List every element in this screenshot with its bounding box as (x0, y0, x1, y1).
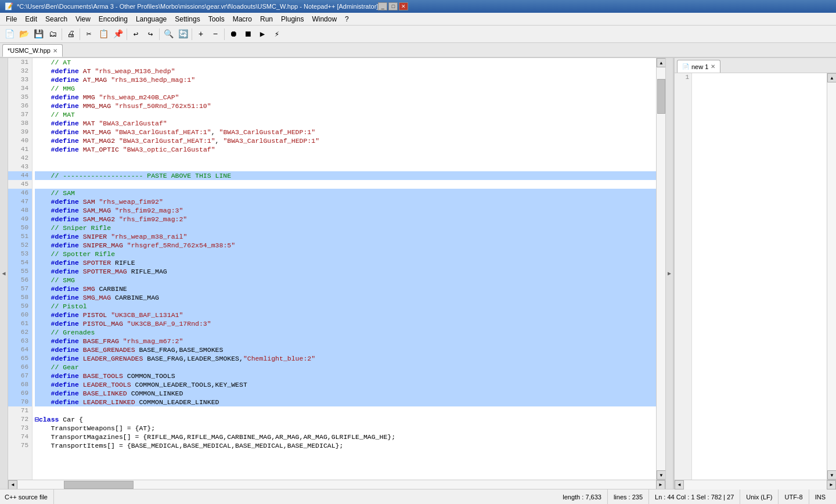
scroll-track[interactable] (657, 67, 665, 470)
line-number-64: 64 (8, 345, 32, 354)
menu-language[interactable]: Language (132, 14, 170, 24)
right-h-scroll-right[interactable]: ▶ (827, 480, 836, 489)
right-panel-toggle[interactable]: ▶ (665, 58, 673, 489)
line-number-39: 39 (8, 128, 32, 136)
code-line-50: // Sniper Rifle (35, 224, 656, 232)
scroll-up-button[interactable]: ▲ (657, 58, 665, 67)
zoom-out-button[interactable]: − (208, 27, 222, 41)
line-number-52: 52 (8, 241, 32, 250)
code-content[interactable]: // AT #define AT "rhs_weap_M136_hedp" #d… (33, 58, 656, 480)
code-line-47: #define SAM "rhs_weap_fim92" (35, 197, 656, 206)
sep1 (62, 28, 62, 40)
status-length: length : 7,633 (557, 489, 608, 504)
right-tab-bar: 📄 new 1 ✕ (675, 58, 836, 73)
cut-button[interactable]: ✂ (82, 27, 96, 41)
save-button[interactable]: 💾 (31, 27, 45, 41)
status-lineending: Unix (LF) (740, 489, 779, 504)
zoom-in-button[interactable]: + (194, 27, 208, 41)
maximize-button[interactable]: □ (388, 2, 398, 10)
find-button[interactable]: 🔍 (161, 27, 175, 41)
scroll-right-button[interactable]: ▶ (656, 480, 665, 489)
line-number-53: 53 (8, 250, 32, 258)
code-line-65: #define LEADER_GRENADES BASE_FRAG,LEADER… (35, 354, 656, 363)
right-scroll-up[interactable]: ▲ (827, 73, 836, 82)
line-number-72: 72 (8, 415, 32, 424)
code-line-31: // AT (35, 58, 656, 67)
line-number-66: 66 (8, 363, 32, 372)
line-number-31: 31 (8, 58, 32, 67)
scroll-thumb[interactable] (657, 79, 665, 114)
code-line-54: #define SPOTTER RIFLE (35, 258, 656, 267)
line-number-60: 60 (8, 311, 32, 319)
line-number-56: 56 (8, 276, 32, 285)
copy-button[interactable]: 📋 (96, 27, 110, 41)
tab-new1[interactable]: 📄 new 1 ✕ (677, 60, 720, 73)
right-h-track[interactable] (684, 480, 827, 489)
menu-macro[interactable]: Macro (229, 14, 255, 24)
code-line-43 (35, 163, 656, 171)
line-number-59: 59 (8, 302, 32, 311)
sep2 (80, 28, 80, 40)
code-line-58: #define SMG_MAG CARBINE_MAG (35, 293, 656, 302)
menu-view[interactable]: View (72, 14, 94, 24)
right-h-scrollbar[interactable]: ◀ ▶ (675, 480, 836, 489)
right-v-scrollbar[interactable]: ▲ ▼ (827, 73, 836, 480)
line-numbers: 3132333435363738394041424344454647484950… (8, 58, 33, 480)
line-number-44: 44 (8, 171, 32, 180)
minimize-button[interactable]: _ (378, 2, 387, 10)
tab-main-file[interactable]: *USMC_W.hpp ✕ (2, 44, 63, 57)
line-number-36: 36 (8, 102, 32, 110)
paste-button[interactable]: 📌 (111, 27, 125, 41)
line-number-34: 34 (8, 84, 32, 93)
menu-window[interactable]: Window (308, 14, 340, 24)
scroll-left-button[interactable]: ◀ (8, 480, 17, 489)
status-bar: C++ source file length : 7,633 lines : 2… (0, 489, 836, 504)
close-button[interactable]: ✕ (399, 2, 408, 10)
macro-record-button[interactable]: ⏺ (226, 27, 240, 41)
new-button[interactable]: 📄 (2, 27, 16, 41)
line-number-70: 70 (8, 398, 32, 406)
right-scroll-track[interactable] (827, 82, 836, 470)
menu-help[interactable]: ? (341, 14, 352, 24)
menu-encoding[interactable]: Encoding (95, 14, 131, 24)
sep4 (159, 28, 160, 40)
menu-plugins[interactable]: Plugins (278, 14, 307, 24)
redo-button[interactable]: ↪ (143, 27, 157, 41)
menu-run[interactable]: Run (257, 14, 276, 24)
menu-edit[interactable]: Edit (21, 14, 41, 24)
horizontal-scrollbar[interactable]: ◀ ▶ (8, 480, 665, 489)
h-scroll-thumb[interactable] (64, 481, 134, 489)
right-tab-close[interactable]: ✕ (711, 63, 715, 70)
line-number-49: 49 (8, 215, 32, 224)
line-number-71: 71 (8, 406, 32, 415)
save-all-button[interactable]: 🗂 (46, 27, 60, 41)
h-scroll-track[interactable] (17, 480, 656, 489)
code-line-73: TransportWeapons[] = {AT}; (35, 424, 656, 433)
print-button[interactable]: 🖨 (64, 27, 78, 41)
undo-button[interactable]: ↩ (129, 27, 143, 41)
line-number-55: 55 (8, 267, 32, 276)
macro-play-button[interactable]: ▶ (255, 27, 269, 41)
sep5 (192, 28, 192, 40)
code-line-33: #define AT_MAG "rhs_m136_hedp_mag:1" (35, 75, 656, 84)
menu-file[interactable]: File (2, 14, 20, 24)
left-panel-toggle[interactable]: ◀ (0, 58, 8, 489)
run-script-button[interactable]: ⚡ (270, 27, 284, 41)
line-number-35: 35 (8, 93, 32, 102)
right-h-scroll-left[interactable]: ◀ (675, 480, 684, 489)
code-line-34: // MMG (35, 84, 656, 93)
code-line-70: #define LEADER_LINKED COMMON_LEADER_LINK… (35, 398, 656, 406)
vertical-scrollbar[interactable]: ▲ ▼ (656, 58, 665, 480)
replace-button[interactable]: 🔄 (176, 27, 190, 41)
line-number-58: 58 (8, 293, 32, 302)
macro-stop-button[interactable]: ⏹ (241, 27, 255, 41)
menu-search[interactable]: Search (42, 14, 71, 24)
tab-main-close[interactable]: ✕ (53, 48, 57, 54)
right-code-area[interactable] (692, 73, 827, 480)
open-button[interactable]: 📂 (17, 27, 31, 41)
code-line-60: #define PISTOL "UK3CB_BAF_L131A1" (35, 311, 656, 319)
menu-settings[interactable]: Settings (171, 14, 203, 24)
right-scroll-down[interactable]: ▼ (827, 470, 836, 480)
scroll-down-button[interactable]: ▼ (657, 470, 665, 480)
menu-tools[interactable]: Tools (205, 14, 228, 24)
